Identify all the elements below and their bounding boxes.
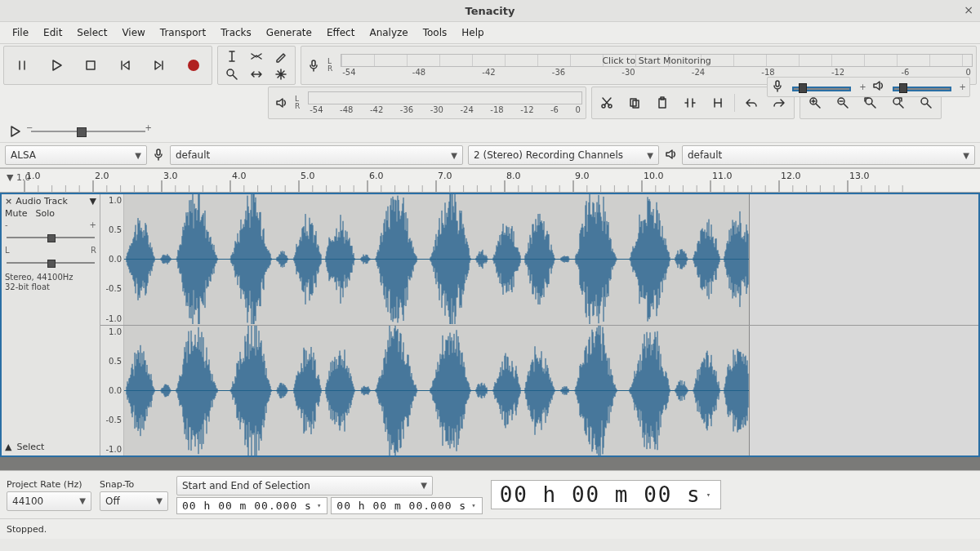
menubar: File Edit Select View Transport Tracks G… (0, 22, 980, 44)
selection-mode-combo[interactable]: Start and End of Selection▼ (176, 476, 433, 495)
cut-button[interactable] (595, 91, 618, 114)
playback-speed-slider[interactable]: − + (31, 125, 145, 138)
svg-text:10.0: 10.0 (644, 171, 664, 181)
rec-device-icon (152, 148, 165, 163)
play-meter-scale: -54-48-42-36-30-24-18-12-60 (308, 105, 582, 114)
menu-analyze[interactable]: Analyze (363, 24, 413, 41)
recording-meter-hint: Click to Start Monitoring (602, 56, 710, 66)
solo-button[interactable]: Solo (36, 208, 56, 219)
menu-help[interactable]: Help (456, 24, 489, 41)
tracks-area[interactable]: × Audio Track ▼ Mute Solo -+ LR Stereo, … (0, 193, 980, 470)
multi-tool[interactable] (270, 66, 292, 82)
track-format-label: Stereo, 44100Hz 32-bit float (5, 273, 96, 292)
menu-tracks[interactable]: Tracks (215, 24, 257, 41)
timeline-ruler[interactable]: ▼ 1.0 1.02.03.04.05.06.07.08.09.010.011.… (0, 169, 980, 193)
mic-icon[interactable] (305, 51, 323, 79)
copy-button[interactable] (623, 91, 646, 114)
track-menu-chevron-icon[interactable]: ▼ (90, 196, 96, 207)
pause-button[interactable] (7, 52, 37, 78)
svg-rect-0 (87, 61, 95, 69)
skip-start-button[interactable] (110, 52, 140, 78)
menu-view[interactable]: View (116, 24, 150, 41)
gain-slider[interactable] (5, 232, 96, 243)
play-at-speed-button[interactable] (5, 122, 24, 140)
rec-channels-combo[interactable]: 2 (Stereo) Recording Channels▼ (468, 145, 659, 165)
titlebar: Tenacity × (0, 0, 980, 22)
audio-host-combo[interactable]: ALSA▼ (5, 145, 147, 165)
selection-end-field[interactable]: 00 h 00 m 00.000 s▾ (331, 497, 482, 514)
track-control-panel[interactable]: × Audio Track ▼ Mute Solo -+ LR Stereo, … (2, 194, 100, 455)
selection-tool[interactable] (221, 48, 243, 64)
menu-edit[interactable]: Edit (38, 24, 68, 41)
undo-button[interactable] (740, 91, 763, 114)
snap-to-label: Snap-To (100, 479, 168, 490)
rec-device-combo[interactable]: default▼ (170, 145, 463, 165)
play-meter-lr-label: LR (295, 96, 300, 110)
track-name[interactable]: Audio Track (16, 196, 68, 207)
rec-meter-lr-label: LR (327, 58, 332, 73)
menu-file[interactable]: File (7, 24, 34, 41)
svg-text:5.0: 5.0 (301, 171, 315, 181)
play-vol-icon (871, 79, 884, 95)
audio-position-field[interactable]: 00 h 00 m 00 s▾ (491, 480, 722, 509)
channel-right[interactable]: 1.00.50.0-0.5-1.0 (100, 326, 978, 456)
menu-tools[interactable]: Tools (417, 24, 453, 41)
draw-tool[interactable] (270, 48, 292, 64)
playback-meter-panel: LR -54-48-42-36-30-24-18-12-60 (268, 87, 586, 119)
svg-text:11.0: 11.0 (712, 171, 733, 181)
svg-text:13.0: 13.0 (849, 171, 870, 181)
svg-text:4.0: 4.0 (232, 171, 247, 181)
silence-button[interactable] (706, 91, 729, 114)
envelope-tool[interactable] (246, 48, 267, 64)
status-text: Stopped. (7, 524, 47, 535)
svg-text:3.0: 3.0 (163, 171, 178, 181)
play-volume-slider[interactable] (889, 82, 955, 93)
rec-volume-slider[interactable] (789, 82, 854, 93)
audio-track: × Audio Track ▼ Mute Solo -+ LR Stereo, … (0, 193, 980, 457)
device-toolbar: ALSA▼ default▼ 2 (Stereo) Recording Chan… (0, 142, 980, 168)
record-button[interactable] (179, 52, 208, 78)
menu-generate[interactable]: Generate (261, 24, 318, 41)
close-icon[interactable]: × (964, 3, 973, 16)
stop-button[interactable] (76, 52, 105, 78)
vruler-right: 1.00.50.0-0.5-1.0 (100, 326, 124, 456)
mixer-toolbar: + + (767, 77, 970, 97)
track-channels: 1.00.50.0-0.5-1.0 1.00.50.0-0.5-1.0 (100, 194, 978, 455)
menu-transport[interactable]: Transport (154, 24, 212, 41)
selection-toolbar: Project Rate (Hz) 44100▼ Snap-To Off▼ St… (0, 470, 980, 518)
zoom-tool[interactable] (221, 66, 243, 82)
rec-vol-icon (771, 79, 784, 95)
timeshift-tool[interactable] (246, 66, 267, 82)
svg-rect-2 (312, 60, 315, 66)
play-button[interactable] (42, 52, 71, 78)
menu-effect[interactable]: Effect (321, 24, 361, 41)
channel-left[interactable]: 1.00.50.0-0.5-1.0 (100, 194, 978, 326)
selection-start-field[interactable]: 00 h 00 m 00.000 s▾ (176, 497, 327, 514)
play-device-icon (664, 148, 677, 163)
svg-text:8.0: 8.0 (506, 171, 521, 181)
svg-text:6.0: 6.0 (369, 171, 384, 181)
track-select-label[interactable]: Select (16, 442, 44, 452)
svg-text:2.0: 2.0 (95, 171, 109, 181)
svg-rect-15 (157, 149, 160, 155)
recording-meter[interactable]: Click to Start Monitoring (341, 54, 973, 67)
playback-meter[interactable] (308, 91, 582, 104)
play-device-combo[interactable]: default▼ (682, 145, 975, 165)
skip-end-button[interactable] (145, 52, 174, 78)
mute-button[interactable]: Mute (5, 208, 28, 219)
tools-toolbar (217, 46, 296, 85)
transport-toolbar (3, 46, 212, 85)
pan-slider[interactable] (5, 257, 96, 269)
menu-select[interactable]: Select (71, 24, 113, 41)
paste-button[interactable] (651, 91, 674, 114)
project-rate-combo[interactable]: 44100▼ (7, 491, 91, 511)
speaker-icon[interactable] (272, 89, 290, 117)
collapse-icon[interactable]: ▲ (5, 442, 11, 452)
vruler-left: 1.00.50.0-0.5-1.0 (100, 194, 124, 325)
snap-to-combo[interactable]: Off▼ (100, 491, 168, 511)
track-close-button[interactable]: × (5, 196, 12, 207)
trim-button[interactable] (679, 91, 702, 114)
svg-text:1.0: 1.0 (26, 171, 41, 181)
status-bar: Stopped. (0, 518, 980, 539)
play-at-speed-toolbar: − + (0, 121, 980, 142)
